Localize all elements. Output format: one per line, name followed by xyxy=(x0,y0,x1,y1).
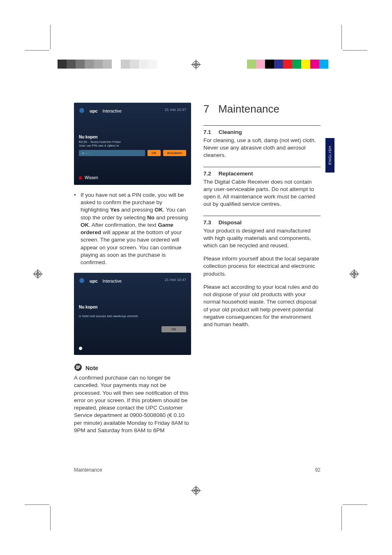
red-dot-icon xyxy=(79,176,82,180)
note-icon xyxy=(74,363,82,373)
upc-title: Interactive xyxy=(103,279,122,283)
upc-time: 21 mei 10:47 xyxy=(165,108,186,112)
upc-logo-icon xyxy=(79,278,85,284)
footer-left: Maintenance xyxy=(74,467,102,473)
color-bar-right xyxy=(238,60,328,69)
upc-price-line: €0,50 - Texes Hold'em Poker xyxy=(79,140,186,144)
page-footer: Maintenance 92 xyxy=(74,467,321,473)
left-column: upc Interactive 21 mei 10:47 Nu kopen €0… xyxy=(74,103,191,434)
disposal-p1: Your product is designed and manufacture… xyxy=(203,227,321,250)
upc-logo-icon xyxy=(79,108,85,114)
svg-point-16 xyxy=(79,108,84,113)
registration-mark-icon xyxy=(33,269,43,279)
upc-brand: upc xyxy=(90,108,98,113)
pin-bullet: • If you have not set a PIN code, you wi… xyxy=(74,191,191,266)
cancel-button[interactable]: Annuleren xyxy=(163,150,186,156)
subsection-7-3: 7.3 Disposal xyxy=(203,219,321,226)
subsection-7-1: 7.1 Cleaning xyxy=(203,129,321,135)
ok-button[interactable]: OK xyxy=(148,150,161,156)
registration-mark-icon xyxy=(349,269,359,279)
svg-rect-20 xyxy=(76,367,80,368)
registration-mark-icon xyxy=(191,60,201,69)
upc-brand: upc xyxy=(90,279,98,283)
clear-label: Wissen xyxy=(85,175,98,180)
upc-success-msg: U hebt met succes een aankoop verricht xyxy=(79,314,186,318)
registration-mark-icon xyxy=(191,486,201,495)
upc-pin-prompt: Voer uw PIN van 4 cijfers in xyxy=(79,144,186,147)
white-dot-icon xyxy=(79,347,82,350)
page-number: 92 xyxy=(315,467,321,473)
subsection-7-2: 7.2 Replacement xyxy=(203,170,321,177)
disposal-p2: Please inform yourself about the local s… xyxy=(203,255,321,278)
note-text: A confirmed purchase can no longer be ca… xyxy=(74,374,191,434)
svg-rect-21 xyxy=(76,368,79,369)
upc-heading: Nu kopen xyxy=(79,135,186,139)
upc-heading: Nu kopen xyxy=(79,305,186,309)
right-column: 7 Maintenance 7.1 Cleaning For cleaning,… xyxy=(203,103,321,434)
color-bar-left xyxy=(58,60,166,69)
replacement-body: The Digital Cable Receiver does not cont… xyxy=(203,178,321,208)
upc-time: 21 mei 10:47 xyxy=(165,278,186,282)
pin-input[interactable]: x - - - xyxy=(79,150,145,156)
upc-screen-success: upc Interactive 21 mei 10:47 Nu kopen U … xyxy=(74,273,191,355)
svg-rect-19 xyxy=(76,366,80,366)
language-tab: ENGLISH xyxy=(325,138,334,173)
svg-point-17 xyxy=(79,278,84,283)
upc-title: Interactive xyxy=(103,109,122,113)
upc-screen-pin: upc Interactive 21 mei 10:47 Nu kopen €0… xyxy=(74,103,191,185)
disposal-p3: Please act according to your local rules… xyxy=(203,283,321,328)
section-heading: 7 Maintenance xyxy=(203,103,321,115)
ok-button[interactable]: OK xyxy=(161,326,186,332)
cleaning-body: For cleaning, use a soft, damp (not wet)… xyxy=(203,137,321,159)
note-label: Note xyxy=(85,365,98,371)
